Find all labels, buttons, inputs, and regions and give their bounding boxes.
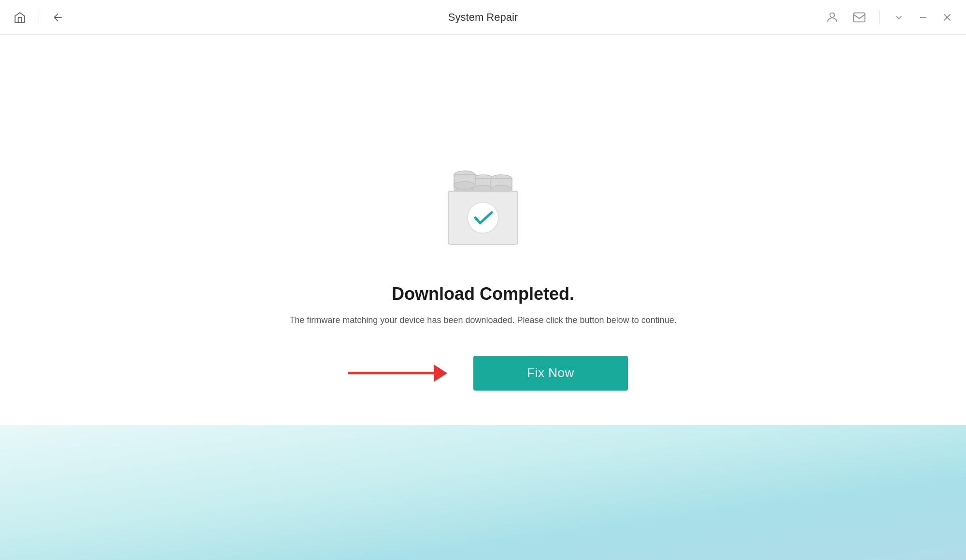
divider-right: [880, 11, 880, 24]
arrow-line: [348, 372, 435, 374]
user-icon-button[interactable]: [824, 9, 841, 26]
svg-point-18: [468, 202, 498, 233]
page-title: System Repair: [448, 11, 518, 24]
lego-illustration: [430, 156, 536, 255]
mail-icon-button[interactable]: [851, 9, 868, 26]
title-bar-left: [12, 9, 66, 26]
home-button[interactable]: [12, 9, 28, 26]
download-completed-title: Download Completed.: [392, 284, 574, 304]
minimize-button[interactable]: [916, 10, 930, 25]
arrow-head: [434, 364, 447, 382]
svg-point-0: [830, 13, 834, 17]
red-arrow: [348, 364, 447, 382]
back-button[interactable]: [50, 9, 66, 26]
svg-rect-1: [853, 13, 865, 22]
chevron-down-button[interactable]: [892, 10, 906, 25]
svg-point-16: [454, 182, 475, 189]
title-bar-right: [824, 9, 954, 26]
button-row: Fix Now: [338, 356, 628, 391]
title-bar: System Repair: [0, 0, 966, 35]
close-button[interactable]: [940, 10, 954, 25]
download-subtitle: The firmware matching your device has be…: [289, 314, 676, 327]
main-content: Download Completed. The firmware matchin…: [0, 35, 966, 560]
divider: [39, 11, 39, 24]
fix-now-button[interactable]: Fix Now: [473, 356, 628, 391]
